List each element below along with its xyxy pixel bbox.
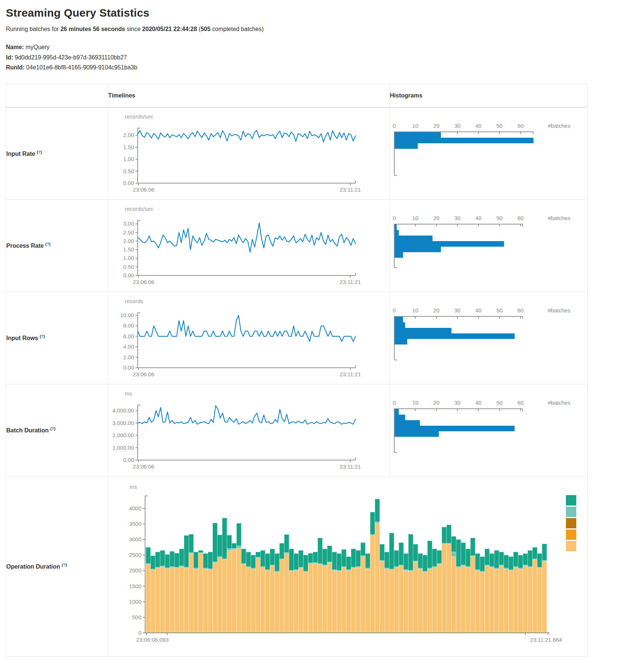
svg-text:23:06:06: 23:06:06 — [133, 279, 154, 285]
name-value: myQuery — [25, 44, 49, 50]
svg-text:1.00: 1.00 — [123, 255, 134, 261]
svg-text:23:11:21: 23:11:21 — [340, 463, 361, 470]
svg-text:50: 50 — [497, 123, 503, 129]
svg-text:50: 50 — [497, 307, 503, 313]
start-timestamp: 2020/05/21 22:44:28 — [142, 26, 197, 32]
svg-text:10: 10 — [412, 215, 419, 221]
query-meta: Name: myQuery Id: 9d0dd219-995d-423e-b97… — [6, 42, 619, 73]
svg-text:records/sec: records/sec — [125, 206, 154, 212]
svg-text:0: 0 — [138, 630, 141, 636]
svg-text:6.00: 6.00 — [123, 333, 134, 339]
runid-value: 04e101e6-8bf8-4165-9099-9104c951ba3b — [26, 64, 137, 71]
table-row-operation-duration: Operation Duration (?) ms400035003000250… — [6, 477, 588, 657]
histogram-svg: 0102030405060#batches — [390, 306, 582, 369]
legend-swatch-1 — [566, 507, 576, 517]
svg-text:23:11:21: 23:11:21 — [340, 279, 361, 285]
timeline-line-chart-svg: records10.008.006.004.002.000.0023:06:06… — [108, 296, 367, 378]
legend-swatch-2 — [566, 518, 576, 528]
svg-text:ms: ms — [130, 484, 137, 490]
svg-text:0.50: 0.50 — [123, 168, 134, 174]
svg-text:30: 30 — [454, 215, 461, 221]
column-header-timelines: Timelines — [108, 84, 390, 107]
svg-text:2.00: 2.00 — [123, 354, 134, 360]
svg-text:3000: 3000 — [129, 536, 141, 542]
row-label-process-rate: Process Rate (?) — [6, 200, 108, 292]
operation-duration-svg: ms4000350030002500200015001000500023:06:… — [108, 479, 585, 653]
svg-text:1,000.00: 1,000.00 — [113, 444, 134, 450]
svg-text:40: 40 — [475, 123, 482, 129]
process-rate-histogram-chart: 0102030405060#batches — [390, 213, 587, 278]
name-label: Name: — [6, 44, 24, 50]
svg-text:1.50: 1.50 — [123, 246, 134, 253]
svg-text:23:06:06: 23:06:06 — [133, 463, 154, 470]
svg-text:2,000.00: 2,000.00 — [113, 432, 134, 438]
svg-text:40: 40 — [475, 215, 482, 221]
svg-text:30: 30 — [454, 123, 461, 129]
row-label-batch-duration: Batch Duration (?) — [6, 384, 108, 477]
help-icon[interactable]: (?) — [45, 242, 51, 246]
svg-text:23:06:06: 23:06:06 — [133, 371, 154, 377]
help-icon[interactable]: (?) — [62, 563, 67, 567]
svg-text:23:06:06.093: 23:06:06.093 — [136, 637, 169, 643]
batch-duration-timeline-chart: ms4,000.003,000.002,000.001,000.000.0023… — [108, 389, 389, 472]
svg-text:4,000.00: 4,000.00 — [113, 407, 134, 414]
svg-text:0: 0 — [393, 215, 396, 221]
query-id-line: Id: 9d0dd219-995d-423e-b97d-36931110bb27 — [6, 52, 619, 63]
page-title: Streaming Query Statistics — [6, 7, 619, 19]
query-name-line: Name: myQuery — [6, 42, 619, 52]
svg-text:20: 20 — [433, 215, 440, 221]
input-rows-histogram-chart: 0102030405060#batches — [390, 306, 587, 371]
svg-text:3,000.00: 3,000.00 — [113, 419, 134, 426]
svg-text:2000: 2000 — [129, 567, 141, 573]
streaming-query-statistics-page: Streaming Query Statistics Running batch… — [0, 0, 625, 672]
svg-text:60: 60 — [518, 400, 524, 406]
svg-text:0: 0 — [393, 123, 396, 129]
svg-text:0.00: 0.00 — [123, 457, 134, 463]
input-rows-timeline-chart: records10.008.006.004.002.000.0023:06:06… — [108, 296, 389, 380]
svg-text:50: 50 — [497, 215, 503, 221]
id-value: 9d0dd219-995d-423e-b97d-36931110bb27 — [15, 54, 127, 61]
svg-text:1500: 1500 — [129, 583, 141, 589]
svg-text:2500: 2500 — [129, 552, 141, 558]
svg-text:2.00: 2.00 — [123, 237, 134, 244]
table-header-row: Timelines Histograms — [6, 84, 588, 107]
svg-text:30: 30 — [454, 307, 461, 313]
svg-text:records/sec: records/sec — [125, 113, 154, 120]
svg-text:1.00: 1.00 — [123, 156, 134, 162]
legend-swatch-0 — [566, 495, 576, 505]
svg-text:20: 20 — [433, 307, 440, 313]
svg-text:1000: 1000 — [129, 598, 141, 604]
process-rate-timeline-chart: records/sec3.002.502.001.501.000.500.002… — [108, 204, 389, 288]
svg-text:ms: ms — [125, 390, 132, 397]
svg-text:0.00: 0.00 — [123, 272, 134, 278]
svg-text:60: 60 — [518, 215, 524, 221]
table-row-input-rows: Input Rows (?) records10.008.006.004.002… — [6, 292, 588, 384]
timeline-line-chart-svg: ms4,000.003,000.002,000.001,000.000.0023… — [108, 389, 367, 471]
svg-text:10: 10 — [412, 400, 419, 406]
svg-text:23:11:21.864: 23:11:21.864 — [530, 637, 562, 643]
running-batches-summary: Running batches for 26 minutes 56 second… — [6, 26, 619, 32]
help-icon[interactable]: (?) — [50, 426, 55, 431]
svg-text:20: 20 — [433, 123, 440, 129]
svg-text:30: 30 — [454, 400, 461, 406]
svg-text:10: 10 — [412, 307, 419, 313]
svg-text:10.00: 10.00 — [120, 312, 134, 318]
id-label: Id: — [6, 54, 13, 61]
table-row-batch-duration: Batch Duration (?) ms4,000.003,000.002,0… — [6, 384, 588, 477]
table-row-input-rate: Input Rate (?) records/sec2.001.501.000.… — [6, 107, 588, 200]
help-icon[interactable]: (?) — [37, 150, 42, 154]
svg-text:23:11:21: 23:11:21 — [340, 371, 361, 377]
help-icon[interactable]: (?) — [40, 334, 45, 339]
svg-text:40: 40 — [475, 307, 482, 313]
svg-text:4000: 4000 — [129, 505, 141, 511]
svg-text:40: 40 — [475, 400, 482, 406]
input-rate-timeline-chart: records/sec2.001.501.000.500.0023:06:062… — [108, 112, 389, 195]
svg-text:0.50: 0.50 — [123, 263, 134, 270]
legend-swatch-4 — [566, 541, 576, 551]
svg-text:23:11:21: 23:11:21 — [340, 186, 361, 193]
row-label-input-rows: Input Rows (?) — [6, 292, 108, 384]
svg-text:0.00: 0.00 — [123, 180, 134, 186]
svg-text:2.50: 2.50 — [123, 229, 134, 235]
svg-text:#batches: #batches — [548, 215, 570, 221]
svg-text:1.50: 1.50 — [123, 144, 134, 150]
